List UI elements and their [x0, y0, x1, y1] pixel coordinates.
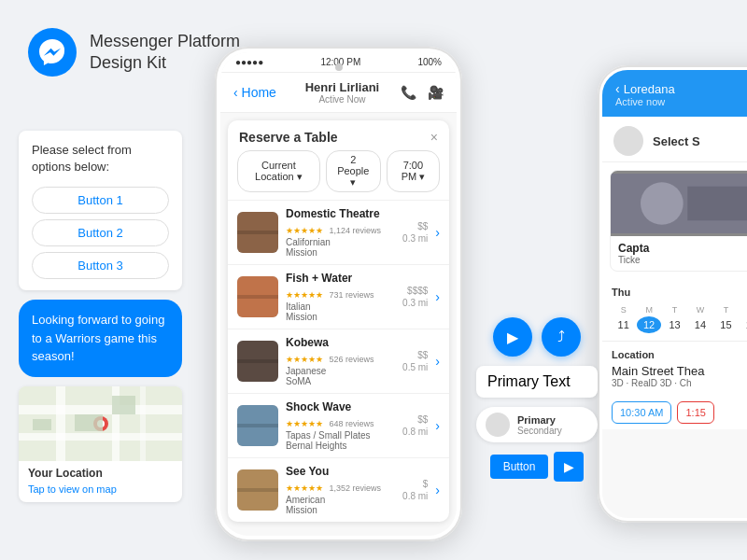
select-label: Select S	[653, 134, 700, 148]
messenger-icon	[37, 37, 67, 67]
restaurant-name: Shock Wave	[286, 400, 395, 413]
restaurant-item[interactable]: See You ★★★★★ 1,352 reviews AmericanMiss…	[228, 457, 449, 522]
option-button-1[interactable]: Button 1	[32, 187, 169, 214]
product-image	[611, 171, 747, 236]
restaurant-img-svg	[237, 469, 278, 511]
right-phone-content: Select S Capta Ticke Thu SMTWTFS	[602, 117, 747, 429]
restaurant-image-0	[237, 212, 278, 253]
restaurant-price: $$0.5 mi	[402, 349, 428, 373]
send-button[interactable]: ▶	[493, 317, 532, 357]
location-name: Main Street Thea	[612, 364, 747, 378]
restaurant-info-1: Fish + Water ★★★★★ 731 reviews ItalianMi…	[286, 272, 395, 322]
right-user-name: Loredana	[624, 82, 675, 96]
calendar-section: Thu SMTWTFS 11121314151617	[602, 279, 747, 341]
restaurant-name: Kobewa	[286, 336, 395, 349]
restaurant-meta: AmericanMission	[286, 495, 395, 515]
svg-rect-3	[56, 386, 65, 461]
middle-actions: ▶ ⤴ Primary Text Primary Secondary Butto…	[476, 317, 598, 482]
product-image-svg	[611, 171, 747, 236]
reviews-count: 731 reviews	[329, 290, 374, 300]
svg-rect-23	[687, 187, 747, 221]
product-card[interactable]: Capta Ticke	[610, 170, 747, 272]
restaurant-img-svg	[237, 341, 278, 382]
option-button-2[interactable]: Button 2	[32, 219, 169, 246]
send-icon: ▶	[507, 329, 518, 346]
people-filter-label: 2 People ▾	[334, 154, 373, 189]
cal-day-number[interactable]: 15	[714, 316, 738, 333]
back-label: Home	[242, 85, 276, 100]
message-bubble: Looking forward to going to a Warriors g…	[19, 300, 182, 377]
restaurant-img-svg	[237, 212, 278, 253]
restaurant-meta: JapaneseSoMA	[286, 366, 395, 386]
location-label: Location	[612, 349, 747, 360]
restaurant-item[interactable]: Kobewa ★★★★★ 526 reviews JapaneseSoMA $$…	[228, 329, 449, 393]
restaurant-arrow-icon[interactable]: ›	[435, 483, 440, 497]
primary-secondary-text: Primary Secondary	[517, 414, 562, 436]
app-header: Messenger Platform Design Kit	[28, 28, 240, 77]
restaurant-arrow-icon[interactable]: ›	[435, 289, 440, 304]
blue-button-area: Button ▶	[490, 452, 585, 482]
svg-rect-8	[75, 414, 103, 431]
reserve-header: Reserve a Table ×	[228, 120, 449, 150]
restaurant-info-2: Kobewa ★★★★★ 526 reviews JapaneseSoMA	[286, 336, 395, 386]
restaurant-image-1	[237, 276, 278, 317]
cal-day-number[interactable]: 12	[637, 316, 660, 333]
time-filter[interactable]: 7:00 PM ▾	[387, 150, 440, 192]
messenger-logo	[28, 28, 77, 77]
option-button-3[interactable]: Button 3	[32, 252, 169, 279]
restaurant-name: See You	[286, 465, 395, 478]
restaurant-arrow-icon[interactable]: ›	[435, 354, 440, 369]
restaurant-arrow-icon[interactable]: ›	[435, 225, 440, 240]
video-icon[interactable]: 🎥	[428, 85, 444, 100]
cal-day-number[interactable]: 13	[663, 316, 686, 333]
primary-text-label: Primary Text	[487, 373, 571, 389]
primary-text-card: Primary Text	[476, 366, 598, 398]
svg-rect-16	[237, 359, 278, 363]
filters-row: Current Location ▾ 2 People ▾ 7:00 PM ▾	[228, 150, 449, 200]
restaurant-item[interactable]: Domestic Theatre ★★★★★ 1,124 reviews Cal…	[228, 200, 449, 264]
time-filter-label: 7:00 PM ▾	[395, 160, 431, 183]
blue-button[interactable]: Button	[490, 455, 549, 479]
select-section: Select S	[602, 117, 747, 162]
cal-day-number[interactable]: 11	[612, 316, 635, 333]
blue-arrow-button[interactable]: ▶	[554, 452, 584, 482]
cal-day-label: S	[612, 303, 635, 316]
button-options-card: Please select from options below: Button…	[19, 131, 182, 290]
chat-header: ‹ Home Henri Lirliani Active Now 📞 🎥	[220, 73, 457, 113]
map-widget[interactable]: Your Location Tap to view on map	[19, 386, 182, 502]
time-option-button[interactable]: 10:30 AM	[612, 401, 671, 424]
cal-day-number[interactable]: 14	[688, 316, 712, 333]
svg-rect-10	[33, 419, 51, 430]
restaurant-list: Domestic Theatre ★★★★★ 1,124 reviews Cal…	[228, 200, 449, 522]
options-prompt: Please select from options below:	[32, 142, 169, 175]
restaurant-rating: ★★★★★ 1,124 reviews	[286, 220, 395, 237]
restaurant-image-3	[237, 405, 278, 446]
cal-day-number[interactable]: 16	[740, 316, 747, 333]
back-button[interactable]: ‹ Home	[233, 85, 276, 100]
restaurant-name: Domestic Theatre	[286, 207, 395, 220]
time-option-button[interactable]: 1:15	[677, 401, 713, 424]
restaurant-item[interactable]: Fish + Water ★★★★★ 731 reviews ItalianMi…	[228, 264, 449, 329]
cal-day-label: T	[663, 303, 686, 316]
restaurant-rating: ★★★★★ 526 reviews	[286, 349, 395, 366]
restaurant-price: $0.8 mi	[402, 478, 428, 502]
svg-rect-20	[237, 488, 278, 492]
svg-rect-5	[140, 386, 146, 461]
restaurant-item[interactable]: Shock Wave ★★★★★ 648 reviews Tapas / Sma…	[228, 393, 449, 457]
action-buttons: ▶ ⤴	[493, 317, 581, 357]
phone-icon[interactable]: 📞	[401, 85, 416, 100]
share-button[interactable]: ⤴	[542, 317, 581, 357]
restaurant-rating: ★★★★★ 648 reviews	[286, 413, 395, 430]
location-filter[interactable]: Current Location ▾	[237, 150, 320, 192]
svg-rect-14	[237, 295, 278, 299]
people-filter[interactable]: 2 People ▾	[326, 150, 381, 192]
restaurant-arrow-icon[interactable]: ›	[435, 418, 440, 433]
svg-point-22	[641, 182, 684, 225]
cal-days-numbers: 11121314151617	[612, 316, 747, 333]
cal-day-label: M	[637, 303, 660, 316]
close-button[interactable]: ×	[430, 130, 438, 145]
cal-days-labels: SMTWTFS	[612, 303, 747, 316]
cal-day-label: W	[688, 303, 712, 316]
map-location-name: Your Location	[28, 467, 173, 480]
right-back-button[interactable]: ‹ Loredana	[615, 81, 747, 96]
